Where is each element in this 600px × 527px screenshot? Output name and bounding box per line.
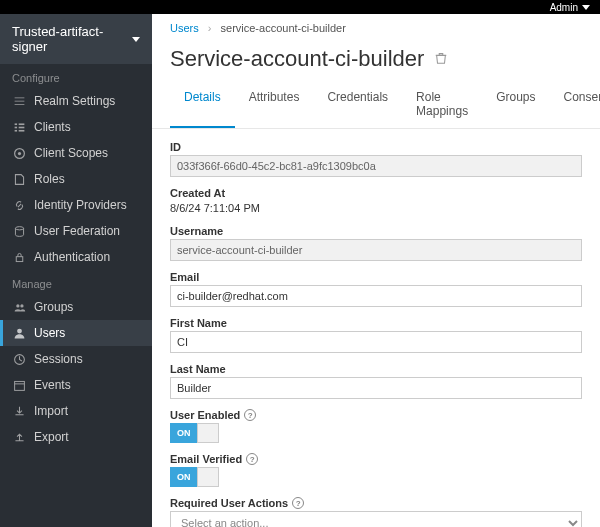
sidebar-category-manage: Manage: [0, 270, 152, 294]
users-icon: [12, 300, 26, 314]
svg-rect-14: [14, 381, 24, 390]
tab-credentials[interactable]: Credentials: [313, 82, 402, 128]
sidebar-item-label: Authentication: [34, 250, 110, 264]
breadcrumb-users[interactable]: Users: [170, 22, 199, 34]
sidebar-item-label: Roles: [34, 172, 65, 186]
tab-attributes[interactable]: Attributes: [235, 82, 314, 128]
link-icon: [12, 198, 26, 212]
sidebar-item-label: Import: [34, 404, 68, 418]
sidebar-item-user-federation[interactable]: User Federation: [0, 218, 152, 244]
admin-label: Admin: [550, 2, 578, 13]
chevron-down-icon: [132, 37, 140, 42]
user-icon: [12, 326, 26, 340]
svg-rect-1: [18, 123, 24, 125]
sidebar-item-label: Events: [34, 378, 71, 392]
toggle-off-pad: [197, 423, 219, 443]
sidebar-item-sessions[interactable]: Sessions: [0, 346, 152, 372]
svg-rect-5: [18, 129, 24, 131]
list-icon: [12, 120, 26, 134]
tab-groups[interactable]: Groups: [482, 82, 549, 128]
help-icon[interactable]: ?: [244, 409, 256, 421]
svg-point-11: [20, 304, 23, 307]
sidebar-item-events[interactable]: Events: [0, 372, 152, 398]
toggle-on-label: ON: [170, 467, 197, 487]
toggle-on-label: ON: [170, 423, 197, 443]
first-name-label: First Name: [170, 317, 227, 329]
calendar-icon: [12, 378, 26, 392]
sidebar-item-label: Users: [34, 326, 65, 340]
scope-icon: [12, 146, 26, 160]
svg-point-7: [17, 151, 20, 154]
tab-details[interactable]: Details: [170, 82, 235, 128]
sidebar-item-label: Identity Providers: [34, 198, 127, 212]
user-enabled-toggle[interactable]: ON: [170, 423, 582, 443]
username-field: [170, 239, 582, 261]
export-icon: [12, 430, 26, 444]
breadcrumb-separator: ›: [208, 22, 212, 34]
svg-point-8: [15, 226, 23, 229]
realm-name: Trusted-artifact-signer: [12, 24, 132, 54]
delete-user-button[interactable]: [434, 51, 448, 68]
sidebar-item-identity-providers[interactable]: Identity Providers: [0, 192, 152, 218]
sidebar-item-label: Realm Settings: [34, 94, 115, 108]
sidebar-item-label: Sessions: [34, 352, 83, 366]
required-actions-select[interactable]: Select an action...: [170, 511, 582, 527]
id-field: [170, 155, 582, 177]
email-verified-toggle[interactable]: ON: [170, 467, 582, 487]
user-enabled-label: User Enabled: [170, 409, 240, 421]
file-icon: [12, 172, 26, 186]
toggle-off-pad: [197, 467, 219, 487]
svg-rect-2: [14, 126, 16, 128]
sidebar-item-label: Export: [34, 430, 69, 444]
svg-rect-0: [14, 123, 16, 125]
realm-selector[interactable]: Trusted-artifact-signer: [0, 14, 152, 64]
svg-rect-3: [18, 126, 24, 128]
breadcrumb: Users › service-account-ci-builder: [152, 14, 600, 42]
help-icon[interactable]: ?: [292, 497, 304, 509]
sidebar-item-label: User Federation: [34, 224, 120, 238]
username-label: Username: [170, 225, 223, 237]
email-verified-label: Email Verified: [170, 453, 242, 465]
sidebar-item-import[interactable]: Import: [0, 398, 152, 424]
chevron-down-icon: [582, 5, 590, 10]
sidebar-item-label: Groups: [34, 300, 73, 314]
sliders-icon: [12, 94, 26, 108]
lock-icon: [12, 250, 26, 264]
help-icon[interactable]: ?: [246, 453, 258, 465]
sidebar-item-label: Client Scopes: [34, 146, 108, 160]
sidebar-item-users[interactable]: Users: [0, 320, 152, 346]
svg-point-10: [16, 304, 19, 307]
email-label: Email: [170, 271, 199, 283]
svg-point-12: [17, 328, 22, 333]
created-at-value: 8/6/24 7:11:04 PM: [170, 201, 582, 215]
sidebar-item-groups[interactable]: Groups: [0, 294, 152, 320]
tab-consents[interactable]: Consents: [549, 82, 600, 128]
sidebar-item-authentication[interactable]: Authentication: [0, 244, 152, 270]
svg-rect-4: [14, 129, 16, 131]
email-field[interactable]: [170, 285, 582, 307]
sidebar-item-roles[interactable]: Roles: [0, 166, 152, 192]
sidebar-item-clients[interactable]: Clients: [0, 114, 152, 140]
clock-icon: [12, 352, 26, 366]
sidebar-item-client-scopes[interactable]: Client Scopes: [0, 140, 152, 166]
sidebar-category-configure: Configure: [0, 64, 152, 88]
page-title: Service-account-ci-builder: [170, 46, 424, 72]
topbar-admin-menu[interactable]: Admin: [546, 2, 590, 13]
database-icon: [12, 224, 26, 238]
last-name-label: Last Name: [170, 363, 226, 375]
first-name-field[interactable]: [170, 331, 582, 353]
required-actions-label: Required User Actions: [170, 497, 288, 509]
breadcrumb-current: service-account-ci-builder: [221, 22, 346, 34]
sidebar-item-label: Clients: [34, 120, 71, 134]
import-icon: [12, 404, 26, 418]
sidebar-item-export[interactable]: Export: [0, 424, 152, 450]
svg-rect-9: [16, 256, 23, 261]
tab-role-mappings[interactable]: Role Mappings: [402, 82, 482, 128]
sidebar-item-realm-settings[interactable]: Realm Settings: [0, 88, 152, 114]
last-name-field[interactable]: [170, 377, 582, 399]
id-label: ID: [170, 141, 181, 153]
created-at-label: Created At: [170, 187, 225, 199]
